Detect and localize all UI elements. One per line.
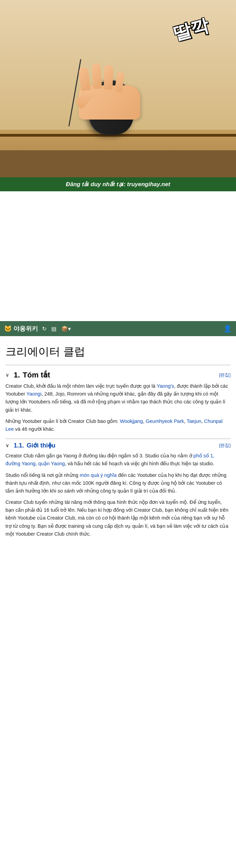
section1-1-edit-link[interactable]: [편집] (219, 442, 231, 449)
section1-title: Tóm tắt (23, 371, 50, 380)
page-title: 크리에이터 클럽 (5, 342, 231, 365)
user-icon[interactable]: 👤 (223, 325, 232, 332)
section1-1-para3: Creator Club tuyển những tài năng mới th… (5, 498, 231, 538)
refresh-icon[interactable]: ↻ (42, 326, 47, 332)
link-geumhyeok[interactable]: Geumhyeok Park (146, 418, 184, 424)
wiki-container: 🐱 야옹위키 ↻ ▤ 📦▾ 👤 크리에이터 클럽 ∨ 1. Tóm tắt [편… (0, 321, 236, 550)
link-yaongs[interactable]: Yaong's (157, 383, 174, 389)
manga-panel: 딸깍 Đăng tải duy nhất tại: truyengihay.ne… (0, 0, 236, 191)
section1-1-toggle[interactable]: ∨ (5, 443, 9, 448)
link-address[interactable]: phố số 1, đường Yaong, quận Yaong (5, 453, 214, 466)
section1-edit-link[interactable]: [편집] (219, 372, 231, 378)
link-wookjjang[interactable]: Wookjjang (120, 418, 143, 424)
wiki-header: 🐱 야옹위키 ↻ ▤ 📦▾ 👤 (0, 321, 236, 336)
watermark: Đăng tải duy nhất tại: truyengihay.net (0, 177, 236, 191)
section1-heading: ∨ 1. Tóm tắt (5, 371, 50, 380)
wiki-logo: 🐱 야옹위키 (4, 325, 38, 333)
section1-para1: Creator Club, khởi đầu là một nhóm làm v… (5, 382, 231, 414)
section1-1-heading: ∨ 1.1. Giới thiệu (5, 442, 55, 449)
link-gifts[interactable]: món quà ý nghĩa (80, 472, 117, 478)
wiki-body: 크리에이터 클럽 ∨ 1. Tóm tắt [편집] Creator Club,… (0, 336, 236, 550)
section1-header: ∨ 1. Tóm tắt [편집] (5, 371, 231, 380)
section1-para2: Những Yootuber quản lí bởi Creator Club … (5, 417, 231, 433)
section1-toggle[interactable]: ∨ (5, 372, 9, 378)
spacer (0, 191, 236, 321)
section1-1-para2: Studio nổi tiếng là nơi gửi những món qu… (5, 471, 231, 495)
section1-number: 1. (14, 371, 20, 380)
section1-1-para1: Creator Club nằm gần ga Yaong ở đường tà… (5, 452, 231, 468)
menu-icon[interactable]: 📦▾ (61, 326, 71, 332)
link-yaongi[interactable]: Yaongi (26, 391, 41, 397)
section1-1-number: 1.1. (14, 442, 24, 449)
link-taejun[interactable]: Taejun (187, 418, 201, 424)
document-icon[interactable]: ▤ (51, 326, 56, 332)
cat-icon: 🐱 (4, 325, 12, 332)
section1-1-title: Giới thiệu (27, 442, 55, 449)
section1-1-header: ∨ 1.1. Giới thiệu [편집] (5, 439, 231, 449)
